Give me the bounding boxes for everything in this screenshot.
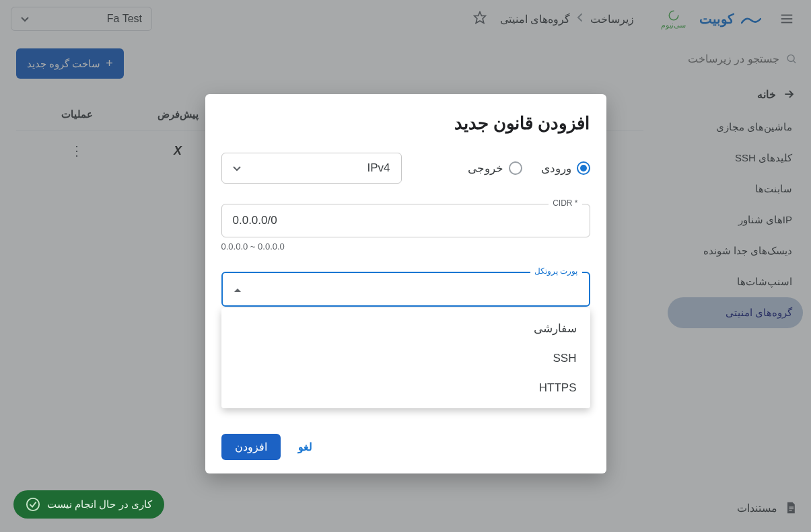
direction-radio-group: ورودی خروجی: [468, 161, 590, 176]
caret-up-icon: [234, 282, 242, 296]
status-pill[interactable]: کاری در حال انجام نیست: [13, 490, 164, 519]
protocol-select[interactable]: [221, 272, 590, 307]
protocol-dropdown: سفارشی SSH HTTPS: [221, 308, 590, 408]
radio-egress[interactable]: خروجی: [468, 161, 522, 176]
caret-down-icon: [233, 161, 241, 175]
check-circle-icon: [26, 497, 40, 512]
modal-overlay[interactable]: افزودن قانون جدید ورودی خروجی IPv4: [0, 0, 811, 532]
ip-version-select[interactable]: IPv4: [221, 153, 402, 184]
add-rule-modal: افزودن قانون جدید ورودی خروجی IPv4: [205, 94, 606, 473]
radio-ingress[interactable]: ورودی: [541, 161, 590, 176]
radio-egress-label: خروجی: [468, 161, 503, 176]
protocol-field: پورت پروتکل سفارشی SSH HTTPS: [221, 272, 590, 408]
protocol-option-ssh[interactable]: SSH: [221, 344, 590, 373]
status-text: کاری در حال انجام نیست: [47, 498, 152, 510]
protocol-option-custom[interactable]: سفارشی: [221, 313, 590, 344]
cidr-hint: 0.0.0.0 ~ 0.0.0.0: [221, 241, 590, 252]
protocol-option-https[interactable]: HTTPS: [221, 373, 590, 403]
submit-button[interactable]: افزودن: [221, 434, 281, 460]
cancel-button[interactable]: لغو: [290, 434, 320, 460]
svg-point-10: [27, 498, 39, 510]
cidr-input[interactable]: [221, 204, 590, 237]
modal-title: افزودن قانون جدید: [221, 113, 590, 134]
modal-actions: افزودن لغو: [221, 434, 590, 460]
radio-unchecked-icon: [509, 161, 522, 175]
radio-checked-icon: [577, 161, 590, 175]
radio-ingress-label: ورودی: [541, 161, 571, 176]
cidr-field: CIDR * 0.0.0.0 ~ 0.0.0.0: [221, 204, 590, 252]
ip-version-value: IPv4: [367, 161, 390, 175]
cidr-label: CIDR *: [549, 198, 581, 208]
protocol-label: پورت پروتکل: [530, 266, 581, 276]
